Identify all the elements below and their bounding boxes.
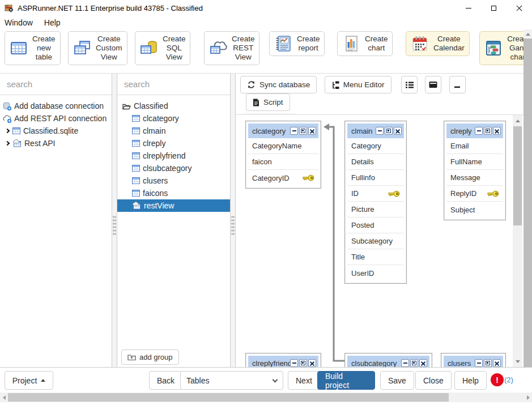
app-horizontal-scrollbar[interactable] [0,393,532,402]
help-button[interactable]: Help [454,371,487,390]
create-custom-view-button[interactable]: Create Custom View [68,31,127,65]
entity-close-button[interactable] [493,127,501,135]
entity-clreply[interactable]: clreply Email FullName Message ReplyID S… [444,121,506,220]
list-view-button[interactable] [401,76,418,93]
tables-select[interactable]: Tables [180,371,283,390]
tree-item-clmain[interactable]: clmain [117,125,230,137]
entity-restore-button[interactable] [410,359,418,367]
panel-splitter[interactable] [230,74,236,367]
scrollbar-thumb[interactable] [524,39,532,382]
scroll-up-arrow[interactable] [513,116,522,125]
entity-header[interactable]: clmain [347,123,404,138]
scrollbar-thumb[interactable] [513,126,522,225]
scrollbar-thumb[interactable] [8,393,449,402]
minimize-view-button[interactable] [449,76,466,93]
create-sql-view-button[interactable]: Create SQL View [135,31,191,65]
create-calendar-button[interactable]: Create Calendar [406,31,470,56]
field-row[interactable]: ReplyID [446,186,503,202]
window-view-button[interactable] [425,76,441,93]
tree-item-faicons[interactable]: faicons [117,187,230,199]
field-row[interactable]: FullName [446,154,503,170]
connections-search-input[interactable] [0,79,112,89]
field-row[interactable]: Picture [347,202,404,218]
back-button[interactable]: Back [149,371,182,390]
create-new-table-button[interactable]: Create new table [5,31,61,65]
tree-group-classified[interactable]: Classified [117,100,230,112]
scroll-right-arrow[interactable] [524,393,532,402]
entity-header[interactable]: clreply [446,123,503,138]
tree-item-clusers[interactable]: clusers [117,174,230,187]
entity-clreplyfriend[interactable]: clreplyfriend [245,353,321,367]
field-row[interactable]: Fullinfo [347,170,404,186]
field-row[interactable]: Email [446,138,503,154]
tree-item-add-database-connection[interactable]: Add database connection [0,100,112,112]
create-gantt-chart-button[interactable]: Create Gantt chart [479,31,524,65]
diagram-vertical-scrollbar[interactable] [513,115,522,367]
tables-search-input[interactable] [117,79,230,89]
field-row[interactable]: CategoryName [248,138,318,154]
error-indicator[interactable]: ! (2) [491,373,513,386]
create-chart-button[interactable]: Create chart [337,31,393,56]
field-row[interactable]: ID [347,186,404,202]
build-project-button[interactable]: Build project [317,371,375,390]
close-button[interactable] [507,0,532,16]
field-row[interactable]: UserID [347,265,404,281]
app-vertical-scrollbar[interactable] [524,29,532,392]
script-button[interactable]: Script [246,93,290,111]
create-report-button[interactable]: Create report [269,31,325,56]
field-row[interactable]: Details [347,154,404,170]
scroll-down-arrow[interactable] [513,357,522,366]
tree-item-clreply[interactable]: clreply [117,137,230,150]
close-project-button[interactable]: Close [415,371,452,390]
entity-close-button[interactable] [394,127,402,135]
minimize-button[interactable] [456,0,481,16]
sync-database-button[interactable]: Sync database [240,76,317,93]
entity-header[interactable]: clreplyfriend [248,356,318,367]
entity-collapse-button[interactable] [475,359,483,367]
entity-collapse-button[interactable] [290,359,298,367]
entity-restore-button[interactable] [484,359,492,367]
tree-item-clreplyfriend[interactable]: clreplyfriend [117,150,230,162]
chevron-right-icon[interactable] [5,129,10,133]
entity-header[interactable]: clusers [444,356,503,367]
field-row[interactable]: Subcategory [347,233,404,249]
tree-item-restview[interactable]: restView [117,199,230,212]
maximize-button[interactable] [481,0,507,16]
field-row[interactable]: Message [446,170,503,186]
menu-help[interactable]: Help [44,18,61,27]
tree-item-classified-sqlite[interactable]: Classified.sqlite [0,125,112,137]
entity-restore-button[interactable] [299,127,307,135]
menu-window[interactable]: Window [5,18,33,27]
scroll-up-arrow[interactable] [524,29,532,39]
save-button[interactable]: Save [380,371,414,390]
entity-restore-button[interactable] [299,359,307,367]
field-row[interactable]: Posted [347,218,404,233]
er-diagram[interactable]: clcategory CategoryName faicon CategoryI… [236,115,524,367]
menu-editor-button[interactable]: Menu Editor [325,76,391,93]
entity-restore-button[interactable] [385,127,393,135]
chevron-right-icon[interactable] [5,141,10,146]
entity-close-button[interactable] [308,359,316,367]
entity-collapse-button[interactable] [401,359,409,367]
tree-item-clsubcategory[interactable]: clsubcategory [117,162,230,174]
field-row[interactable]: Subject [446,202,503,218]
tree-item-add-rest-api-connection[interactable]: Add REST API connection [0,112,112,125]
tree-item-rest-api[interactable]: Rest API [0,137,112,150]
field-row[interactable]: Title [347,249,404,265]
entity-clsubcategory[interactable]: clsubcategory [344,353,432,367]
entity-restore-button[interactable] [484,127,492,135]
entity-close-button[interactable] [493,359,501,367]
panel-splitter[interactable] [112,74,117,367]
field-row[interactable]: CategoryID [248,170,318,186]
entity-collapse-button[interactable] [290,127,298,135]
next-button[interactable]: Next [288,371,320,390]
scroll-left-arrow[interactable] [0,393,8,402]
project-menu-button[interactable]: Project [5,371,53,390]
entity-clusers[interactable]: clusers [441,353,506,367]
entity-header[interactable]: clcategory [248,123,318,138]
entity-clcategory[interactable]: clcategory CategoryName faicon CategoryI… [245,121,321,189]
field-row[interactable]: Category [347,138,404,154]
entity-collapse-button[interactable] [376,127,384,135]
add-group-button[interactable]: add group [121,349,179,365]
entity-clmain[interactable]: clmain Category Details Fullinfo ID Pict… [344,121,407,284]
